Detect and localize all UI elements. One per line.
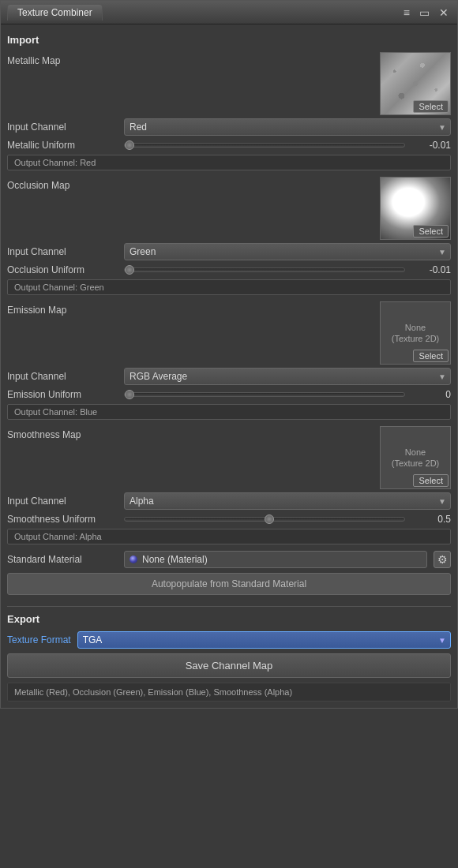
save-channel-map-button[interactable]: Save Channel Map: [7, 653, 451, 678]
occlusion-uniform-row: Occlusion Uniform -0.01: [7, 264, 451, 276]
emission-slider-wrap[interactable]: [124, 388, 405, 401]
import-header: Import: [7, 34, 451, 46]
occlusion-output-channel: Output Channel: Green: [7, 279, 451, 295]
emission-output-channel: Output Channel: Blue: [7, 404, 451, 420]
smoothness-input-channel-select[interactable]: Red Green Blue Alpha RGB Average: [124, 492, 451, 510]
occlusion-slider-value: -0.01: [411, 264, 451, 275]
emission-map-block: Emission Map None (Texture 2D) Select In…: [7, 301, 451, 420]
metallic-map-row: Metallic Map Select: [7, 52, 451, 115]
emission-uniform-row: Emission Uniform 0: [7, 388, 451, 401]
smoothness-none-text: None (Texture 2D): [392, 447, 440, 470]
emission-input-channel-label: Input Channel: [7, 371, 118, 382]
texture-format-label: Texture Format: [7, 634, 71, 645]
smoothness-slider-wrap[interactable]: [124, 513, 405, 526]
occlusion-preview-area: Select: [69, 177, 451, 240]
emission-slider-track[interactable]: [124, 392, 405, 397]
channel-info: Metallic (Red), Occlusion (Green), Emiss…: [7, 683, 451, 702]
emission-select-button[interactable]: Select: [413, 350, 449, 362]
smoothness-output-channel: Output Channel: Alpha: [7, 529, 451, 544]
emission-map-label: Emission Map: [7, 301, 66, 316]
gear-icon: ⚙: [437, 553, 448, 566]
metallic-uniform-row: Metallic Uniform -0.01: [7, 139, 451, 152]
smoothness-uniform-label: Smoothness Uniform: [7, 514, 118, 525]
smoothness-select-button[interactable]: Select: [413, 474, 449, 487]
standard-material-label: Standard Material: [7, 554, 118, 565]
content-area: Import Metallic Map Select Input Channel…: [1, 24, 457, 708]
emission-input-channel-select[interactable]: Red Green Blue Alpha RGB Average: [124, 368, 451, 385]
metallic-input-channel-label: Input Channel: [7, 122, 118, 133]
material-dot-icon: [130, 556, 137, 563]
metallic-slider-track[interactable]: [124, 143, 405, 148]
occlusion-input-channel-wrap: Red Green Blue Alpha RGB Average ▼: [124, 243, 451, 260]
metallic-output-channel: Output Channel: Red: [7, 155, 451, 170]
emission-preview-area: None (Texture 2D) Select: [66, 301, 451, 365]
title-bar-left: Texture Combiner: [7, 4, 103, 21]
smoothness-map-preview: None (Texture 2D) Select: [380, 426, 451, 489]
smoothness-slider-track[interactable]: [124, 517, 405, 522]
occlusion-input-channel-label: Input Channel: [7, 246, 118, 257]
metallic-slider-thumb[interactable]: [125, 140, 134, 150]
smoothness-map-block: Smoothness Map None (Texture 2D) Select …: [7, 426, 451, 544]
smoothness-slider-thumb[interactable]: [265, 514, 274, 524]
smoothness-input-channel-label: Input Channel: [7, 496, 118, 507]
main-window: Texture Combiner ≡ ▭ ✕ Import Metallic M…: [0, 0, 458, 709]
emission-input-channel-wrap: Red Green Blue Alpha RGB Average ▼: [124, 368, 451, 385]
metallic-uniform-label: Metallic Uniform: [7, 140, 118, 151]
minimize-icon[interactable]: ▭: [417, 6, 432, 20]
close-icon[interactable]: ✕: [437, 6, 451, 20]
emission-none-text: None (Texture 2D): [392, 322, 440, 345]
standard-material-select[interactable]: None (Material): [124, 551, 427, 568]
metallic-map-preview: Select: [380, 52, 451, 115]
texture-format-select[interactable]: TGA PNG EXR: [77, 631, 451, 649]
occlusion-map-preview: Select: [380, 177, 451, 240]
occlusion-slider-thumb[interactable]: [125, 265, 134, 275]
standard-material-gear-button[interactable]: ⚙: [434, 551, 451, 568]
smoothness-preview-area: None (Texture 2D) Select: [81, 426, 451, 489]
smoothness-map-label: Smoothness Map: [7, 426, 81, 440]
smoothness-uniform-row: Smoothness Uniform 0.5: [7, 513, 451, 526]
metallic-input-channel-row: Input Channel Red Green Blue Alpha RGB A…: [7, 118, 451, 136]
standard-material-row: Standard Material None (Material) ⚙: [7, 551, 451, 568]
texture-format-row: Texture Format TGA PNG EXR ▼: [7, 631, 451, 649]
emission-uniform-label: Emission Uniform: [7, 389, 118, 400]
occlusion-slider-wrap[interactable]: [124, 264, 405, 276]
smoothness-input-channel-row: Input Channel Red Green Blue Alpha RGB A…: [7, 492, 451, 510]
metallic-input-channel-wrap: Red Green Blue Alpha RGB Average ▼: [124, 118, 451, 136]
emission-slider-value: 0: [411, 389, 451, 400]
occlusion-uniform-label: Occlusion Uniform: [7, 264, 118, 275]
export-header: Export: [7, 613, 451, 625]
list-icon[interactable]: ≡: [401, 6, 412, 20]
occlusion-select-button[interactable]: Select: [413, 225, 449, 238]
occlusion-map-label: Occlusion Map: [7, 177, 69, 191]
metallic-slider-wrap[interactable]: [124, 139, 405, 152]
occlusion-slider-track[interactable]: [124, 268, 405, 272]
smoothness-slider-value: 0.5: [411, 514, 451, 525]
emission-slider-thumb[interactable]: [125, 390, 134, 399]
emission-input-channel-row: Input Channel Red Green Blue Alpha RGB A…: [7, 368, 451, 385]
occlusion-input-channel-row: Input Channel Red Green Blue Alpha RGB A…: [7, 243, 451, 260]
metallic-slider-value: -0.01: [411, 140, 451, 151]
export-section: Export Texture Format TGA PNG EXR ▼ Save…: [7, 613, 451, 702]
title-bar-right: ≡ ▭ ✕: [401, 6, 451, 20]
metallic-preview-area: Select: [60, 52, 451, 115]
metallic-select-button[interactable]: Select: [413, 100, 449, 113]
metallic-input-channel-select[interactable]: Red Green Blue Alpha RGB Average: [124, 118, 451, 136]
metallic-map-block: Metallic Map Select Input Channel Red Gr…: [7, 52, 451, 170]
occlusion-map-block: Occlusion Map Select Input Channel Red G…: [7, 177, 451, 295]
smoothness-map-row: Smoothness Map None (Texture 2D) Select: [7, 426, 451, 489]
title-bar: Texture Combiner ≡ ▭ ✕: [1, 1, 457, 24]
emission-map-preview: None (Texture 2D) Select: [380, 301, 451, 365]
title-tab: Texture Combiner: [7, 4, 103, 21]
standard-material-value: None (Material): [142, 554, 208, 565]
export-divider: [7, 606, 451, 607]
emission-map-row: Emission Map None (Texture 2D) Select: [7, 301, 451, 365]
format-select-wrap: TGA PNG EXR ▼: [77, 631, 451, 649]
metallic-map-label: Metallic Map: [7, 52, 60, 66]
occlusion-map-row: Occlusion Map Select: [7, 177, 451, 240]
occlusion-input-channel-select[interactable]: Red Green Blue Alpha RGB Average: [124, 243, 451, 260]
autopopulate-button[interactable]: Autopopulate from Standard Material: [7, 573, 451, 595]
smoothness-input-channel-wrap: Red Green Blue Alpha RGB Average ▼: [124, 492, 451, 510]
